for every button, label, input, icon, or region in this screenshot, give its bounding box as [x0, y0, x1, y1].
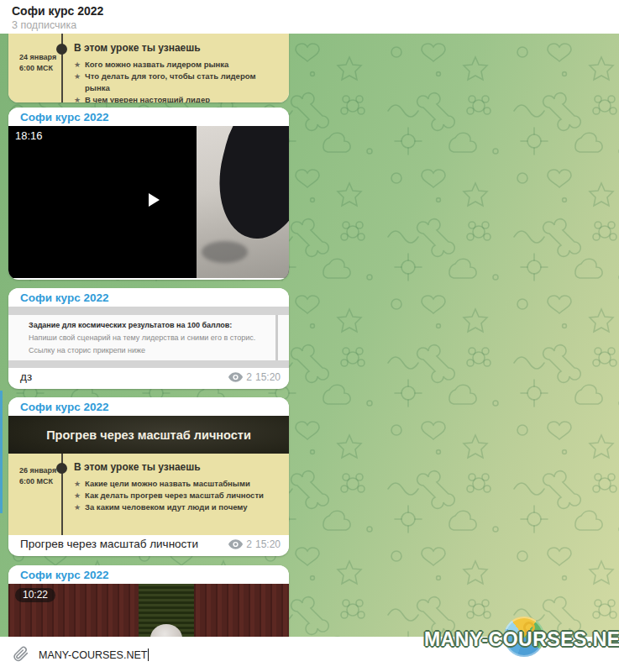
doc-scrollbar: [275, 315, 278, 360]
views-eye-icon: [228, 539, 243, 549]
lesson2-banner: Прогрев через масштаб личности: [8, 416, 289, 454]
banner-title: Прогрев через масштаб личности: [46, 428, 251, 442]
video-duration-badge: 10:22: [15, 588, 55, 602]
lesson2-bullet: ★За каким человеком идут люди и почему: [74, 501, 282, 513]
message-input[interactable]: MANY-COURSES.NET: [39, 648, 149, 661]
date-label: 26 января: [19, 465, 60, 476]
lesson1-bullet: ★Что делать для того, чтобы стать лидеро…: [74, 71, 282, 94]
video-duration: 18:16: [15, 129, 43, 142]
star-icon: ★: [74, 71, 81, 82]
star-icon: ★: [74, 501, 81, 513]
lesson2-bullet: ★Как делать прогрев через масштаб личнос…: [74, 490, 282, 501]
lesson2-card: 26 января 6:00 МСК В этом уроке ты узнае…: [8, 454, 289, 535]
video2-window: [139, 584, 194, 637]
message-meta: 2 15:20: [228, 371, 281, 383]
paperclip-icon[interactable]: [12, 645, 30, 664]
message-time: 15:20: [255, 538, 281, 550]
left-accent-bar: [0, 391, 3, 513]
doc-line: Напиши свой сценарий на тему лидерства и…: [29, 332, 264, 344]
channel-link[interactable]: Софи курс 2022: [8, 397, 289, 416]
star-icon: ★: [74, 59, 81, 71]
views-count: 2: [246, 538, 252, 550]
message-video2[interactable]: Софи курс 2022 10:22: [8, 565, 289, 638]
lesson1-date: 24 января 6:00 МСК: [19, 52, 60, 74]
subscriber-count: 3 подписчика: [12, 18, 619, 32]
lesson1-card: 24 января 6:00 МСК В этом уроке ты узнае…: [8, 34, 289, 102]
video2-thumbnail[interactable]: 10:22: [8, 584, 289, 637]
star-icon: ★: [74, 478, 81, 490]
message-meta: 2 15:20: [228, 538, 281, 550]
channel-link[interactable]: Софи курс 2022: [8, 565, 289, 584]
homework-image[interactable]: Задание для космических результатов на 1…: [8, 307, 289, 368]
video1-shadow: [202, 241, 248, 263]
message-video1[interactable]: Софи курс 2022 18:16: [8, 108, 289, 280]
lesson1-bullet: ★В чем уверен настоящий лидер: [74, 94, 282, 102]
star-icon: ★: [74, 490, 81, 501]
lesson1-heading: В этом уроке ты узнаешь: [74, 42, 282, 54]
input-value: MANY-COURSES.NET: [39, 649, 147, 661]
message-caption: Прогрев через масштаб личности: [20, 538, 198, 550]
text-caret: [148, 648, 149, 661]
doc-title: Задание для космических результатов на 1…: [29, 319, 264, 332]
time-label: 6:00 МСК: [19, 476, 60, 487]
message-lesson2[interactable]: Софи курс 2022 Прогрев через масштаб лич…: [8, 397, 289, 556]
message-caption: дз: [20, 370, 32, 383]
channel-title: Софи курс 2022: [12, 3, 619, 18]
lesson2-date: 26 января 6:00 МСК: [19, 465, 60, 487]
lesson2-heading: В этом уроке ты узнаешь: [74, 461, 282, 473]
chat-header[interactable]: Софи курс 2022 3 подписчика: [0, 0, 619, 34]
date-label: 24 января: [19, 52, 60, 63]
channel-link[interactable]: Софи курс 2022: [8, 108, 289, 126]
lesson2-bullet: ★Какие цели можно назвать масштабными: [74, 478, 282, 490]
views-eye-icon: [228, 372, 243, 382]
video1-figure: [206, 126, 289, 248]
message-homework[interactable]: Софи курс 2022 Задание для космических р…: [8, 288, 289, 389]
play-icon[interactable]: [149, 193, 160, 207]
message-time: 15:20: [255, 371, 281, 383]
views-count: 2: [246, 371, 252, 383]
video1-photo: [197, 126, 289, 278]
doc-strip: [8, 307, 289, 315]
message-lesson1[interactable]: 24 января 6:00 МСК В этом уроке ты узнае…: [8, 34, 289, 102]
doc-strip: [8, 360, 289, 368]
channel-link[interactable]: Софи курс 2022: [8, 288, 289, 307]
lesson1-bullet: ★Кого можно назвать лидером рынка: [74, 59, 282, 71]
composer-bar[interactable]: MANY-COURSES.NET: [0, 637, 619, 672]
doc-line: Ссылку на сторис прикрепи ниже: [29, 344, 264, 357]
star-icon: ★: [74, 94, 81, 102]
time-label: 6:00 МСК: [19, 63, 60, 74]
video1-thumbnail[interactable]: 18:16: [8, 126, 289, 278]
